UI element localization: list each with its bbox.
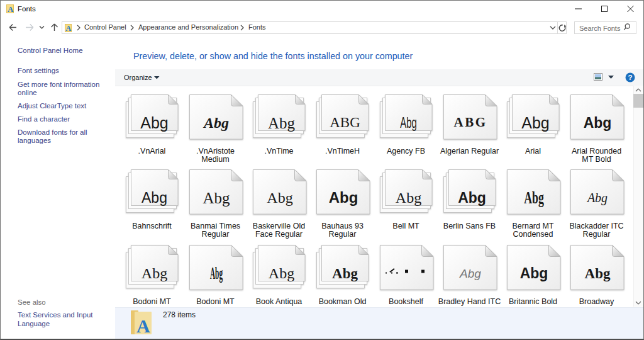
svg-text:?: ? [628, 74, 632, 81]
